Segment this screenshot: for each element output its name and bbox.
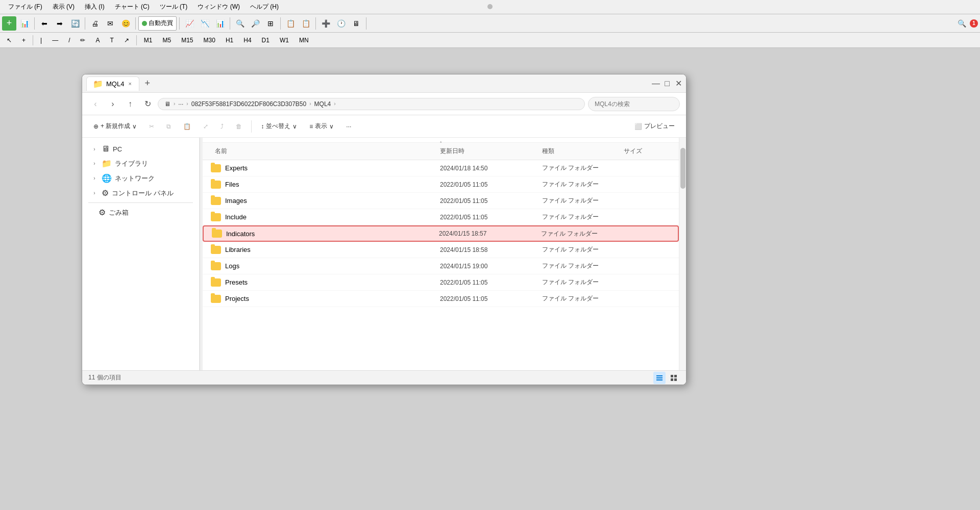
table-row[interactable]: Images2022/01/05 11:05ファイル フォルダー xyxy=(203,193,679,209)
more-btn[interactable]: ··· xyxy=(341,121,356,132)
chart-type3[interactable]: 📊 xyxy=(213,16,227,31)
text2-tool[interactable]: T xyxy=(106,34,118,46)
file-list-header: 名前 更新日時 種類 サイズ xyxy=(203,143,679,160)
menu-chart[interactable]: チャート (C) xyxy=(111,2,154,12)
new-tab-btn[interactable]: + xyxy=(140,76,155,91)
tf-m15[interactable]: M15 xyxy=(177,34,198,46)
delete-btn[interactable]: 🗑 xyxy=(231,121,247,132)
chart-type2[interactable]: 📉 xyxy=(198,16,212,31)
explorer-tab[interactable]: 📁 MQL4 × xyxy=(86,76,139,91)
paste-btn[interactable]: 📋 xyxy=(178,121,196,132)
grid-btn[interactable]: ⊞ xyxy=(263,16,278,31)
view-btn-cmd[interactable]: ≡ 表示 ∨ xyxy=(304,120,339,133)
search-input[interactable] xyxy=(588,97,680,111)
text-tool[interactable]: A xyxy=(91,34,104,46)
crosshair-tool[interactable]: + xyxy=(17,34,30,46)
table-row[interactable]: Presets2022/01/05 11:05ファイル フォルダー xyxy=(203,274,679,291)
svg-rect-0 xyxy=(656,375,663,376)
path-more[interactable]: ··· xyxy=(178,100,183,108)
sidebar-item-trash[interactable]: ⚙ ごみ箱 xyxy=(82,205,199,220)
indicator-btn1[interactable]: 📋 xyxy=(283,16,298,31)
col-size[interactable]: サイズ xyxy=(620,145,671,158)
new-create-btn[interactable]: ⊕ + 新規作成 ∨ xyxy=(88,120,142,133)
draw-tool[interactable]: ✏ xyxy=(76,34,90,46)
maximize-btn[interactable]: □ xyxy=(664,80,671,87)
up-nav-btn[interactable]: ↑ xyxy=(123,97,137,111)
cursor-tool[interactable]: ↖ xyxy=(2,34,16,46)
refresh-nav-btn[interactable]: ↻ xyxy=(140,97,155,111)
sidebar-item-library[interactable]: › 📁 ライブラリ xyxy=(82,156,199,171)
trendline-tool[interactable]: / xyxy=(64,34,75,46)
menu-window[interactable]: ウィンドウ (W) xyxy=(193,2,244,12)
refresh-btn[interactable]: 🔄 xyxy=(68,16,82,31)
table-row[interactable]: Include2022/01/05 11:05ファイル フォルダー xyxy=(203,209,679,225)
sort-btn[interactable]: ↕ 並べ替え ∨ xyxy=(256,120,302,133)
col-type[interactable]: 種類 xyxy=(538,145,620,158)
table-row[interactable]: Files2022/01/05 11:05ファイル フォルダー xyxy=(203,176,679,193)
menu-file[interactable]: ファイル (F) xyxy=(4,2,46,12)
menu-view[interactable]: 表示 (V) xyxy=(48,2,79,12)
arrow-tool[interactable]: ↗ xyxy=(119,34,134,46)
indicator-btn2[interactable]: 📋 xyxy=(299,16,313,31)
chart-btn[interactable]: 📊 xyxy=(17,16,32,31)
menu-insert[interactable]: 挿入 (I) xyxy=(81,2,109,12)
tf-h4[interactable]: H4 xyxy=(239,34,256,46)
clock-btn[interactable]: 🕐 xyxy=(334,16,348,31)
zoom-in[interactable]: 🔍 xyxy=(233,16,247,31)
move-btn[interactable]: ⤢ xyxy=(198,121,213,132)
back-nav-btn[interactable]: ‹ xyxy=(88,97,103,111)
tf-mn[interactable]: MN xyxy=(295,34,313,46)
grid-view-btn[interactable] xyxy=(668,372,680,384)
col-name[interactable]: 名前 xyxy=(211,145,436,158)
print-btn[interactable]: 🖨 xyxy=(88,16,102,31)
path-hash[interactable]: 082F53F5881F3D6022DF806C3D307B50 xyxy=(191,100,307,108)
file-name-text: Experts xyxy=(225,164,248,172)
sidebar-item-network[interactable]: › 🌐 ネットワーク xyxy=(82,171,199,186)
smiley-btn[interactable]: 😊 xyxy=(118,16,133,31)
sidebar-item-pc[interactable]: › 🖥 PC xyxy=(82,142,199,156)
chart-type1[interactable]: 📈 xyxy=(182,16,197,31)
list-view-btn[interactable] xyxy=(653,372,666,384)
hline-tool[interactable]: — xyxy=(47,34,63,46)
monitor-btn[interactable]: 🖥 xyxy=(349,16,363,31)
table-row[interactable]: Projects2022/01/05 11:05ファイル フォルダー xyxy=(203,291,679,307)
tf-d1[interactable]: D1 xyxy=(257,34,274,46)
green-plus-btn[interactable]: ➕ xyxy=(318,16,333,31)
table-row[interactable]: Logs2024/01/15 19:00ファイル フォルダー xyxy=(203,258,679,274)
vline-tool[interactable]: | xyxy=(36,34,46,46)
close-btn[interactable]: ✕ xyxy=(675,80,682,87)
copy-btn[interactable]: ⧉ xyxy=(161,121,176,132)
file-date: 2022/01/05 11:05 xyxy=(436,181,538,188)
tf-h1[interactable]: H1 xyxy=(221,34,238,46)
menu-help[interactable]: ヘルプ (H) xyxy=(246,2,283,12)
tab-close-btn[interactable]: × xyxy=(127,81,132,87)
tf-m5[interactable]: M5 xyxy=(158,34,176,46)
back-btn[interactable]: ⬅ xyxy=(37,16,52,31)
forward-nav-btn[interactable]: › xyxy=(106,97,120,111)
search-btn[interactable]: 🔍 xyxy=(954,16,969,31)
fwd-btn[interactable]: ➡ xyxy=(53,16,67,31)
path-mql4[interactable]: MQL4 xyxy=(314,100,331,108)
tf-m1[interactable]: M1 xyxy=(139,34,157,46)
scrollbar-thumb[interactable] xyxy=(680,148,685,189)
share-btn[interactable]: ⤴ xyxy=(215,121,229,132)
preview-btn[interactable]: ⬜ プレビュー xyxy=(629,120,680,133)
menu-tools[interactable]: ツール (T) xyxy=(156,2,192,12)
table-row[interactable]: Experts2024/01/18 14:50ファイル フォルダー xyxy=(203,160,679,176)
tf-m30[interactable]: M30 xyxy=(199,34,220,46)
tf-w1[interactable]: W1 xyxy=(275,34,293,46)
auto-trade-btn[interactable]: 自動売買 xyxy=(138,16,177,31)
sidebar-item-controlpanel[interactable]: › ⚙ コントロール パネル xyxy=(82,186,199,200)
table-row[interactable]: Indicators2024/01/15 18:57ファイル フォルダー xyxy=(203,225,679,242)
file-rows-container: Experts2024/01/18 14:50ファイル フォルダーFiles20… xyxy=(203,160,679,307)
email-btn[interactable]: ✉ xyxy=(103,16,117,31)
new-btn[interactable]: + xyxy=(2,16,16,31)
cut-btn[interactable]: ✂ xyxy=(144,121,159,132)
col-date[interactable]: 更新日時 xyxy=(436,145,538,158)
zoom-out[interactable]: 🔎 xyxy=(248,16,262,31)
scrollbar-track[interactable] xyxy=(679,138,686,370)
minimize-btn[interactable]: — xyxy=(652,80,659,87)
notification-badge[interactable]: 1 xyxy=(970,19,978,28)
address-path[interactable]: 🖥 › ··· › 082F53F5881F3D6022DF806C3D307B… xyxy=(158,98,585,110)
table-row[interactable]: Libraries2024/01/15 18:58ファイル フォルダー xyxy=(203,242,679,258)
